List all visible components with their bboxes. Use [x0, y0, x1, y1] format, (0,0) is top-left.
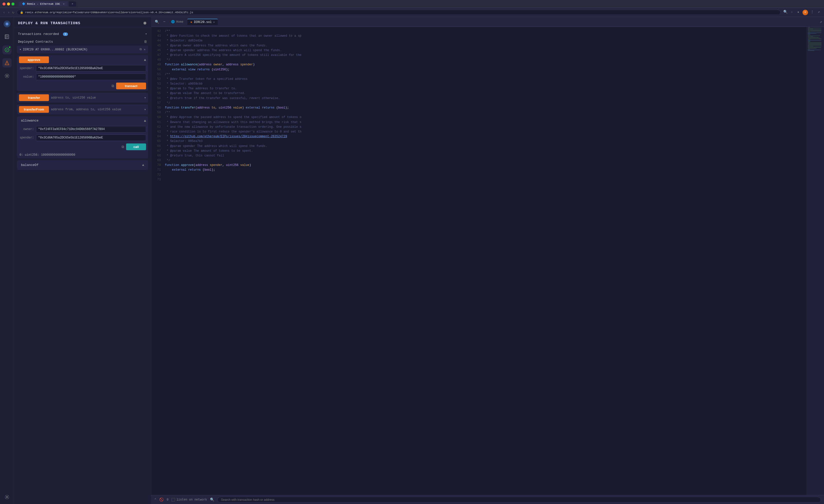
- titlebar: 🔷 Remix - Ethereum IDE ✕ +: [0, 0, 824, 8]
- forward-button[interactable]: ›: [7, 10, 9, 14]
- copy-address-icon[interactable]: ⧉: [139, 48, 142, 51]
- owner-label: owner:: [19, 127, 34, 131]
- tx-search-input[interactable]: [217, 497, 821, 503]
- svg-point-11: [7, 64, 7, 65]
- deployed-contracts-header[interactable]: Deployed Contracts 🗑: [17, 38, 148, 46]
- bookmark-icon[interactable]: ☆: [790, 10, 794, 14]
- allowance-action-row: ⧉ call 4: [17, 142, 148, 152]
- spender-input[interactable]: [36, 65, 146, 72]
- tab-close-icon[interactable]: ✕: [213, 20, 215, 24]
- icon-sidebar: [0, 17, 14, 504]
- code-area: 4243444546474849505152535455565758596061…: [151, 27, 824, 495]
- tab-ierc20-label: IERC20.sol: [194, 20, 212, 24]
- tab-home-label: Home: [176, 20, 184, 24]
- address-bar-icons: 🔍 ☆ ★ U ⋮ ↗: [783, 10, 821, 15]
- sidebar-item-compile[interactable]: [2, 45, 11, 54]
- owner-input[interactable]: [36, 126, 146, 132]
- deployed-contracts-label: Deployed Contracts: [18, 40, 53, 44]
- main-layout: DEPLOY & RUN TRANSACTIONS ⏺ Transactions…: [0, 17, 824, 504]
- approve-action-row: ⧉ transact: [17, 81, 148, 91]
- expand-icon[interactable]: ↗: [817, 10, 821, 14]
- approve-collapse-icon[interactable]: ▲: [144, 58, 146, 62]
- refresh-button[interactable]: ↻: [12, 10, 14, 14]
- allowance-block: allowance 1 ▲ owner: 2: [17, 116, 148, 158]
- allowance-spender-label: spender:: [19, 136, 34, 139]
- listen-checkbox[interactable]: listen on network: [172, 498, 207, 502]
- transferFrom-params: address from, address to, uint256 value: [51, 108, 144, 111]
- transferFrom-button[interactable]: transferFrom: [19, 106, 49, 113]
- sidebar-item-plugin[interactable]: [2, 72, 11, 80]
- editor-search-minus[interactable]: −: [162, 19, 167, 25]
- right-panel: 🔍 − 🌐 Home ◈ IERC20.sol ✕ ↗ 424344454647…: [151, 17, 824, 504]
- transactions-badge: 3: [63, 32, 68, 36]
- file-icon: ◈: [190, 20, 192, 24]
- owner-row: owner: 2: [17, 125, 148, 133]
- url-text: remix.ethereum.org/#optimize=false&runs=…: [25, 11, 193, 14]
- bottom-chevron-up[interactable]: ⌃: [154, 498, 156, 502]
- bottom-no-entry[interactable]: 🚫: [159, 498, 164, 502]
- tab-home[interactable]: 🌐 Home: [168, 19, 187, 25]
- approve-header: approve ▲: [17, 55, 148, 64]
- record-icon[interactable]: ⏺: [143, 21, 147, 26]
- svg-point-12: [6, 75, 8, 77]
- allowance-spender-row: spender: 3: [17, 133, 148, 142]
- transferFrom-expand: transferFrom address from, address to, u…: [17, 105, 148, 114]
- result-row: 0: uint256: 1000000000000000000: [17, 152, 148, 158]
- transferFrom-expand-icon[interactable]: ▾: [144, 108, 146, 112]
- code-content[interactable]: /** * @dev Function to check the amount …: [164, 27, 807, 495]
- tab-ierc20[interactable]: ◈ IERC20.sol ✕: [187, 19, 218, 25]
- trash-icon[interactable]: 🗑: [144, 40, 147, 44]
- panel-header: DEPLOY & RUN TRANSACTIONS ⏺: [14, 17, 151, 28]
- allowance-spender-input[interactable]: [36, 134, 146, 141]
- allowance-copy-icon[interactable]: ⧉: [122, 145, 124, 149]
- contract-actions: ⧉ ✕: [139, 48, 145, 51]
- tab-close-icon[interactable]: ✕: [63, 2, 65, 5]
- listen-checkbox-input[interactable]: [172, 498, 175, 502]
- new-tab-button[interactable]: +: [69, 1, 76, 6]
- deployed-contracts-right: 🗑: [144, 40, 147, 44]
- transactions-section-header[interactable]: Transactions recorded 3 ▾: [17, 30, 148, 38]
- close-button[interactable]: [2, 2, 5, 5]
- copy-icon[interactable]: ⧉: [112, 84, 114, 88]
- call-button[interactable]: call: [126, 143, 146, 150]
- editor-search-icon[interactable]: 🔍: [153, 19, 161, 25]
- minimize-button[interactable]: [7, 2, 10, 5]
- maximize-button[interactable]: [11, 2, 14, 5]
- search-addr-icon[interactable]: 🔍: [783, 10, 788, 14]
- back-button[interactable]: ‹: [3, 10, 5, 14]
- approve-button[interactable]: approve: [19, 56, 49, 63]
- transact-button[interactable]: transact: [116, 83, 146, 89]
- chevron-down-icon: ▾: [145, 32, 147, 36]
- editor-expand-icon[interactable]: ↗: [820, 20, 822, 24]
- panel-content: Transactions recorded 3 ▾ Deployed Contr…: [14, 28, 151, 504]
- transactions-label: Transactions recorded 3: [18, 32, 68, 36]
- allowance-header: allowance 1 ▲: [17, 116, 148, 125]
- url-input[interactable]: 🔒 remix.ethereum.org/#optimize=false&run…: [17, 10, 781, 15]
- contract-instance: ▾ IERC20 AT 0X000...00802 (BLOCKCHAIN) ⧉…: [17, 46, 148, 53]
- listen-label: listen on network: [177, 498, 207, 502]
- star-icon[interactable]: ★: [796, 10, 801, 14]
- browser-tab-remix[interactable]: 🔷 Remix - Ethereum IDE ✕: [19, 1, 68, 6]
- balanceOf-expand: balanceOf ▲: [17, 160, 148, 170]
- sidebar-item-settings[interactable]: [2, 493, 11, 502]
- balanceOf-expand-icon[interactable]: ▲: [140, 162, 146, 168]
- compile-badge: [8, 46, 11, 48]
- user-avatar[interactable]: U: [803, 10, 808, 15]
- transferFrom-block: transferFrom address from, address to, u…: [17, 105, 148, 114]
- value-label: value:: [19, 75, 34, 79]
- transfer-button[interactable]: transfer: [19, 94, 49, 101]
- bottom-search-icon[interactable]: 🔍: [210, 498, 214, 502]
- transfer-expand-icon[interactable]: ▾: [144, 96, 146, 100]
- sidebar-item-files[interactable]: [2, 32, 11, 41]
- close-contract-icon[interactable]: ✕: [144, 48, 145, 51]
- allowance-collapse-icon[interactable]: ▲: [144, 119, 146, 123]
- sidebar-item-deploy[interactable]: [2, 58, 11, 68]
- value-input[interactable]: [36, 74, 146, 80]
- more-icon[interactable]: ⋮: [810, 10, 815, 14]
- svg-point-13: [6, 496, 8, 498]
- spender-row: spender:: [17, 64, 148, 73]
- contract-chevron[interactable]: ▾: [19, 48, 21, 51]
- section-right: ▾: [145, 32, 147, 36]
- svg-point-2: [6, 23, 8, 25]
- minimap: [807, 27, 824, 495]
